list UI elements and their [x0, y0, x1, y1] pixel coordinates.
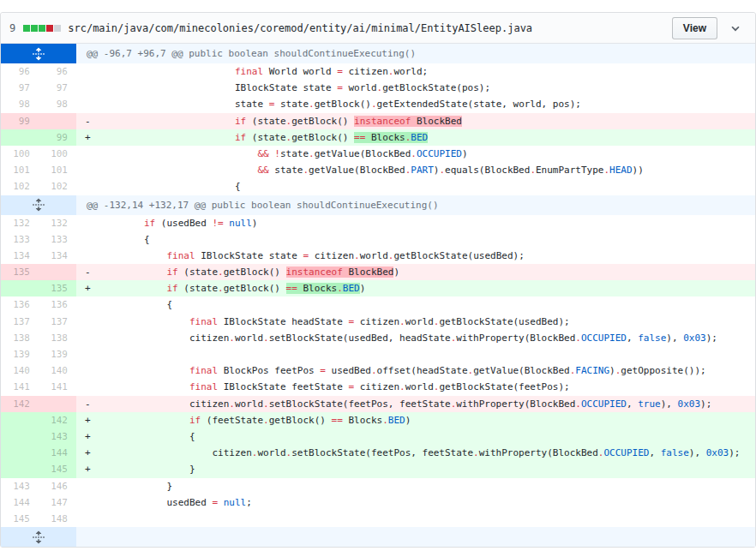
old-line-number[interactable]: 136 [1, 296, 39, 313]
old-line-number[interactable] [1, 412, 39, 428]
file-path: src/main/java/com/minecolonies/coremod/e… [68, 22, 532, 34]
new-line-number[interactable]: 100 [39, 146, 76, 162]
code-line: - if (state.getBlock() instanceof BlockB… [76, 264, 755, 280]
new-line-number[interactable]: 139 [39, 346, 76, 362]
code-line: final BlockPos feetPos = usedBed.offset(… [76, 362, 755, 379]
old-line-number[interactable]: 145 [1, 511, 39, 527]
code-line: && state.getValue(BlockBed.PART).equals(… [76, 162, 755, 178]
new-line-number[interactable]: 145 [39, 461, 76, 477]
expand-diff-button[interactable] [1, 527, 76, 547]
unfold-icon [32, 198, 45, 212]
old-line-number[interactable]: 133 [1, 231, 39, 248]
code-line: + if (feetState.getBlock() == Blocks.BED… [76, 412, 755, 428]
new-line-number[interactable]: 98 [39, 96, 76, 112]
code-line: - citizen.world.setBlockState(feetPos, f… [76, 396, 755, 412]
new-line-number[interactable]: 138 [39, 330, 76, 346]
new-line-number[interactable]: 147 [39, 494, 76, 511]
old-line-number[interactable] [1, 461, 39, 477]
old-line-number[interactable]: 134 [1, 248, 39, 264]
old-line-number[interactable]: 141 [1, 379, 39, 395]
diff-row-context: 133133 { [1, 231, 755, 248]
old-line-number[interactable] [1, 428, 39, 445]
old-line-number[interactable]: 102 [1, 178, 39, 195]
new-line-number[interactable]: 144 [39, 445, 76, 461]
old-line-number[interactable]: 100 [1, 146, 39, 162]
diff-row-context: 144147 usedBed = null; [1, 494, 755, 511]
old-line-number[interactable]: 96 [1, 63, 39, 80]
old-line-number[interactable] [1, 280, 39, 296]
new-line-number[interactable]: 133 [39, 231, 76, 248]
old-line-number[interactable]: 140 [1, 362, 39, 379]
unfold-icon [32, 530, 45, 544]
hunk-header-row: @@ -132,14 +132,17 @@ public boolean sho… [1, 195, 755, 215]
new-line-number[interactable] [39, 264, 76, 280]
new-line-number[interactable]: 137 [39, 314, 76, 330]
new-line-number[interactable] [39, 113, 76, 129]
diff-marker: - [85, 264, 99, 280]
new-line-number[interactable]: 96 [39, 63, 76, 80]
old-line-number[interactable]: 99 [1, 113, 39, 129]
code-line: usedBed = null; [76, 494, 755, 511]
diff-marker [85, 330, 99, 346]
gutter [1, 44, 76, 63]
old-line-number[interactable] [1, 129, 39, 146]
old-line-number[interactable]: 98 [1, 96, 39, 112]
old-line-number[interactable] [1, 445, 39, 461]
diff-row-addition: 145+ } [1, 461, 755, 477]
old-line-number[interactable]: 132 [1, 215, 39, 231]
diff-row-addition: 142+ if (feetState.getBlock() == Blocks.… [1, 412, 755, 428]
old-line-number[interactable]: 97 [1, 80, 39, 96]
changes-count: 9 [9, 22, 15, 34]
gutter [1, 527, 76, 547]
diff-marker: + [85, 428, 99, 445]
old-line-number[interactable]: 101 [1, 162, 39, 178]
new-line-number[interactable]: 99 [39, 129, 76, 146]
new-line-number[interactable]: 101 [39, 162, 76, 178]
diff-marker [85, 379, 99, 395]
expand-diff-button[interactable] [1, 195, 76, 215]
view-button[interactable]: View [672, 17, 717, 39]
diff-marker: + [85, 461, 99, 477]
old-line-number[interactable]: 142 [1, 396, 39, 412]
diff-row-context: 139139 [1, 346, 755, 362]
diff-row-context: 9797 IBlockState state = world.getBlockS… [1, 80, 755, 96]
hunk-header: @@ -132,14 +132,17 @@ public boolean sho… [76, 195, 755, 215]
diff-row-context: 138138 citizen.world.setBlockState(usedB… [1, 330, 755, 346]
new-line-number[interactable]: 142 [39, 412, 76, 428]
hunk-header-row: @@ -96,7 +96,7 @@ public boolean shouldC… [1, 44, 755, 63]
code-line: state = state.getBlock().getExtendedStat… [76, 96, 755, 112]
diff-row-context: 141141 final IBlockState feetState = cit… [1, 379, 755, 395]
new-line-number[interactable]: 141 [39, 379, 76, 395]
expand-diff-button[interactable] [1, 44, 76, 63]
new-line-number[interactable]: 148 [39, 511, 76, 527]
new-line-number[interactable]: 143 [39, 428, 76, 445]
new-line-number[interactable]: 102 [39, 178, 76, 195]
diffstat-square [23, 25, 30, 32]
old-line-number[interactable]: 137 [1, 314, 39, 330]
old-line-number[interactable]: 143 [1, 478, 39, 494]
new-line-number[interactable]: 132 [39, 215, 76, 231]
old-line-number[interactable]: 139 [1, 346, 39, 362]
old-line-number[interactable]: 144 [1, 494, 39, 511]
diffstat-square [46, 25, 53, 32]
new-line-number[interactable]: 140 [39, 362, 76, 379]
diff-table: @@ -96,7 +96,7 @@ public boolean shouldC… [1, 44, 755, 547]
diff-row-addition: 144+ citizen.world.setBlockState(feetPos… [1, 445, 755, 461]
diff-row-addition: 143+ { [1, 428, 755, 445]
code-line [76, 346, 755, 362]
new-line-number[interactable]: 146 [39, 478, 76, 494]
diff-row-deletion: 99- if (state.getBlock() instanceof Bloc… [1, 113, 755, 129]
code-line: { [76, 231, 755, 248]
new-line-number[interactable]: 135 [39, 280, 76, 296]
old-line-number[interactable]: 138 [1, 330, 39, 346]
diff-marker [85, 494, 99, 511]
code-line: } [76, 478, 755, 494]
diff-marker [85, 215, 99, 231]
chevron-down-icon[interactable] [729, 22, 741, 34]
new-line-number[interactable]: 97 [39, 80, 76, 96]
new-line-number[interactable]: 134 [39, 248, 76, 264]
new-line-number[interactable] [39, 396, 76, 412]
hunk-header: @@ -96,7 +96,7 @@ public boolean shouldC… [76, 44, 755, 63]
old-line-number[interactable]: 135 [1, 264, 39, 280]
new-line-number[interactable]: 136 [39, 296, 76, 313]
